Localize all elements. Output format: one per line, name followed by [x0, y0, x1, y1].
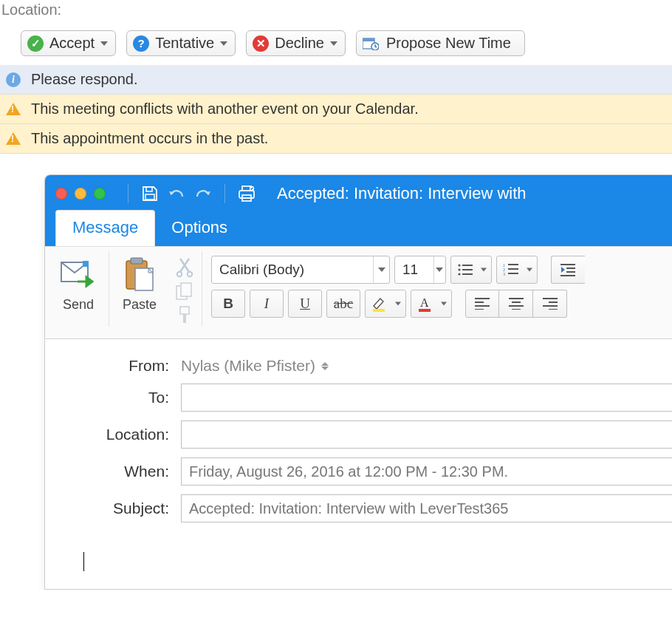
- close-window-button[interactable]: [55, 188, 67, 200]
- svg-rect-43: [509, 298, 524, 299]
- strikethrough-button[interactable]: abc: [326, 290, 360, 318]
- align-left-icon: [475, 298, 490, 310]
- zoom-window-button[interactable]: [94, 188, 106, 200]
- minimize-window-button[interactable]: [75, 188, 86, 200]
- svg-rect-35: [560, 275, 575, 276]
- svg-rect-21: [462, 265, 473, 266]
- svg-rect-39: [475, 298, 490, 299]
- accept-button[interactable]: ✓ Accept: [21, 30, 116, 56]
- align-right-button[interactable]: [533, 290, 567, 318]
- align-center-icon: [509, 298, 524, 310]
- subject-row: Subject:: [45, 490, 672, 527]
- highlight-color-button[interactable]: [365, 290, 406, 318]
- tab-message[interactable]: Message: [55, 210, 155, 246]
- tab-options[interactable]: Options: [155, 211, 244, 246]
- clipboard-tools: [167, 251, 202, 327]
- svg-rect-34: [566, 271, 575, 273]
- send-label: Send: [63, 297, 94, 313]
- align-right-icon: [543, 298, 558, 310]
- svg-rect-4: [145, 194, 154, 200]
- print-icon[interactable]: [237, 184, 256, 203]
- propose-new-time-button[interactable]: Propose New Time: [356, 30, 525, 56]
- copy-icon[interactable]: [173, 279, 196, 303]
- location-input[interactable]: [181, 420, 672, 449]
- location-label: Location:: [72, 426, 169, 443]
- font-family-combo[interactable]: [211, 256, 390, 284]
- chevron-down-icon: [441, 302, 447, 306]
- when-input[interactable]: [181, 457, 672, 486]
- font-size-input[interactable]: [395, 262, 433, 278]
- highlight-icon: [371, 296, 386, 312]
- question-icon: ?: [133, 35, 149, 52]
- chevron-down-icon: [481, 268, 487, 272]
- italic-button[interactable]: I: [250, 290, 284, 318]
- send-group[interactable]: Send: [48, 251, 109, 327]
- svg-rect-38: [419, 309, 431, 312]
- svg-rect-48: [549, 302, 558, 303]
- warning-banner-past: This appointment occurs in the past.: [0, 124, 672, 154]
- align-left-button[interactable]: [465, 290, 499, 318]
- svg-rect-49: [543, 305, 558, 307]
- svg-rect-17: [181, 283, 191, 296]
- svg-rect-41: [475, 305, 490, 307]
- window-titlebar: Accepted: Invitation: Interview with: [45, 175, 672, 212]
- svg-point-14: [176, 272, 181, 276]
- message-body[interactable]: [45, 534, 672, 589]
- svg-rect-40: [475, 302, 484, 303]
- paste-group[interactable]: Paste: [109, 251, 167, 327]
- tentative-button[interactable]: ? Tentative: [126, 30, 236, 56]
- svg-text:A: A: [420, 296, 429, 309]
- svg-rect-12: [131, 258, 143, 264]
- svg-point-22: [458, 268, 460, 270]
- info-icon: i: [6, 72, 21, 87]
- accept-label: Accept: [49, 35, 95, 52]
- font-color-button[interactable]: A: [411, 290, 452, 318]
- svg-rect-31: [508, 273, 518, 274]
- paste-icon: [117, 256, 162, 294]
- svg-point-15: [187, 272, 191, 276]
- font-family-input[interactable]: [212, 262, 373, 278]
- ribbon-tabs: Message Options: [45, 212, 672, 246]
- svg-point-24: [458, 273, 460, 275]
- from-account-selector[interactable]: Nylas (Mike Pfister): [181, 357, 329, 375]
- decline-button[interactable]: ✕ Decline: [246, 30, 346, 56]
- response-toolbar: ✓ Accept ? Tentative ✕ Decline Propos: [0, 24, 672, 65]
- bold-button[interactable]: B: [211, 290, 245, 318]
- subject-label: Subject:: [72, 500, 169, 517]
- warning-banner-conflict: This meeting conflicts with another even…: [0, 95, 672, 124]
- chevron-down-icon[interactable]: [433, 256, 445, 283]
- undo-icon[interactable]: [167, 184, 186, 203]
- window-title: Accepted: Invitation: Interview with: [277, 184, 527, 203]
- svg-rect-50: [549, 309, 558, 310]
- cut-icon[interactable]: [173, 256, 196, 279]
- stepper-icon: [321, 362, 329, 370]
- underline-button[interactable]: U: [288, 290, 322, 318]
- decrease-indent-button[interactable]: [551, 256, 585, 284]
- svg-rect-19: [183, 314, 186, 323]
- svg-rect-46: [512, 309, 521, 310]
- warning-icon: [6, 132, 21, 146]
- when-row: When:: [45, 453, 672, 490]
- svg-rect-42: [475, 309, 484, 310]
- chevron-down-icon[interactable]: [373, 256, 389, 283]
- align-center-button[interactable]: [499, 290, 533, 318]
- redo-icon[interactable]: [193, 184, 213, 203]
- chevron-down-icon: [330, 41, 337, 46]
- chevron-down-icon: [100, 41, 108, 46]
- numbered-list-button[interactable]: 1 2 3: [496, 256, 538, 284]
- subject-input[interactable]: [181, 494, 672, 522]
- from-label: From:: [72, 357, 169, 375]
- save-icon[interactable]: [140, 184, 160, 203]
- font-size-combo[interactable]: [394, 256, 446, 284]
- svg-rect-18: [180, 307, 189, 314]
- numbered-list-icon: 1 2 3: [503, 263, 519, 276]
- to-input[interactable]: [181, 384, 672, 412]
- location-row: Location:: [45, 416, 672, 453]
- paste-label: Paste: [123, 297, 157, 313]
- svg-rect-44: [512, 302, 521, 303]
- format-painter-icon[interactable]: [173, 303, 196, 327]
- bullet-list-button[interactable]: [450, 256, 492, 284]
- text-cursor: [83, 552, 84, 571]
- decline-label: Decline: [275, 35, 324, 52]
- calendar-clock-icon: [363, 37, 379, 50]
